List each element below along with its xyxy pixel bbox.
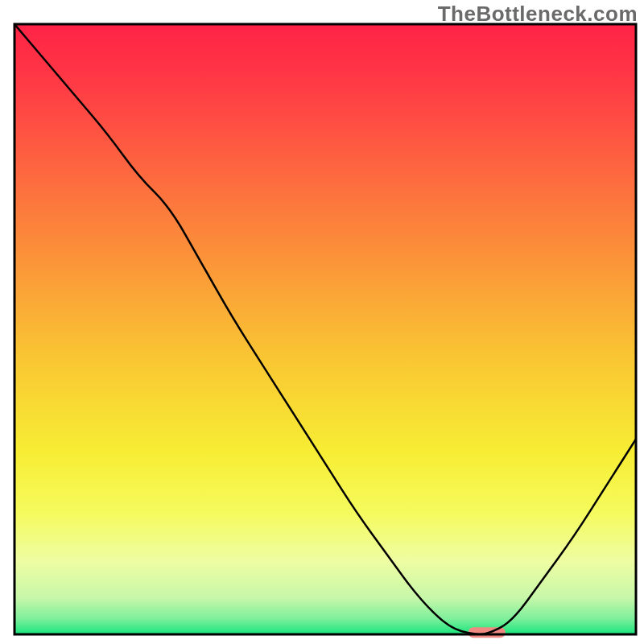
chart-figure: TheBottleneck.com — [0, 0, 644, 644]
chart-svg — [0, 0, 644, 644]
plot-area — [14, 24, 636, 638]
gradient-background — [14, 24, 636, 634]
watermark-text: TheBottleneck.com — [438, 2, 638, 27]
